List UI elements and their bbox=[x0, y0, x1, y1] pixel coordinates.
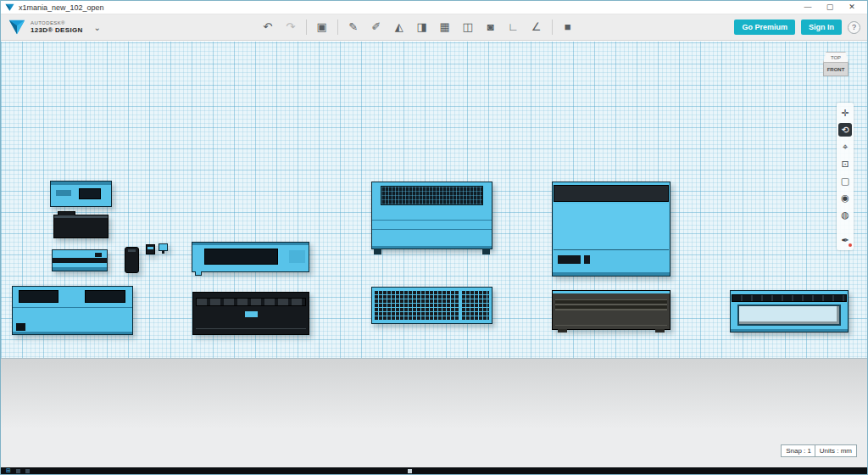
taskbar-app-icon[interactable] bbox=[25, 469, 30, 473]
tool-icons: ↶ ↷ ▣ ✎ ✐ ◭ ◨ ▦ ◫ ◙ ∟ ∠ ■ bbox=[260, 19, 576, 36]
view-cube-front-face[interactable]: FRONT bbox=[823, 63, 849, 76]
app-window: x1mania_new_102_open — ▢ ✕ AUTODESK® 123… bbox=[0, 0, 868, 475]
zoom-icon[interactable]: ⌖ bbox=[838, 140, 852, 154]
fit-view-icon[interactable]: ▢ bbox=[838, 174, 852, 187]
deck-door bbox=[79, 188, 101, 199]
leg-right bbox=[482, 249, 490, 254]
modify-icon[interactable]: ◨ bbox=[415, 19, 430, 36]
model-keyboard[interactable] bbox=[371, 287, 492, 324]
top-face bbox=[54, 215, 108, 218]
top-bar bbox=[554, 185, 668, 202]
view-cube-top-face[interactable]: TOP bbox=[823, 52, 849, 63]
brand-text: AUTODESK® 123D® DESIGN bbox=[31, 20, 83, 34]
bottom-face bbox=[553, 272, 670, 276]
model-vent-frame[interactable] bbox=[552, 290, 670, 330]
ground-plane bbox=[1, 358, 867, 467]
leg-left bbox=[374, 249, 381, 254]
titlebar: x1mania_new_102_open — ▢ ✕ bbox=[1, 1, 867, 14]
model-front-panel[interactable] bbox=[192, 242, 309, 272]
undo-icon[interactable]: ↶ bbox=[260, 19, 275, 36]
construct-icon[interactable]: ◭ bbox=[392, 19, 407, 36]
model-front-bar[interactable] bbox=[52, 249, 108, 271]
divider bbox=[306, 20, 307, 35]
model-keyboard-case[interactable] bbox=[12, 286, 133, 335]
model-tiny-part-1[interactable] bbox=[146, 244, 155, 254]
window-controls: — ▢ ✕ bbox=[797, 1, 863, 14]
seam-line bbox=[372, 229, 492, 230]
detail-face bbox=[128, 249, 136, 252]
sign-in-button[interactable]: Sign In bbox=[801, 20, 842, 35]
redo-icon[interactable]: ↷ bbox=[283, 19, 298, 36]
seam-line bbox=[13, 307, 132, 308]
material-icon[interactable]: ■ bbox=[560, 19, 576, 36]
close-button[interactable]: ✕ bbox=[841, 1, 863, 14]
foot bbox=[558, 329, 567, 332]
snap-setting[interactable]: Snap : 1 bbox=[781, 444, 816, 457]
main-toolbar: AUTODESK® 123D® DESIGN ⌄ ↶ ↷ ▣ ✎ ✐ ◭ ◨ ▦… bbox=[1, 14, 867, 41]
account-actions: Go Premium Sign In ? bbox=[734, 20, 860, 35]
grouping-icon[interactable]: ◫ bbox=[460, 19, 476, 36]
minimize-button[interactable]: — bbox=[797, 1, 819, 14]
seam-line bbox=[555, 325, 667, 326]
panel-window bbox=[204, 249, 279, 265]
app-icon bbox=[5, 3, 14, 12]
brand-line2: 123D® DESIGN bbox=[31, 26, 83, 34]
screen-area bbox=[554, 204, 668, 250]
model-rear-panel[interactable] bbox=[192, 292, 309, 335]
spline-icon[interactable]: ✐ bbox=[369, 19, 384, 36]
app-logo bbox=[8, 18, 26, 36]
brush-color-dot bbox=[849, 243, 852, 247]
hide-icon[interactable]: ◍ bbox=[838, 208, 852, 221]
model-case-top-vented[interactable] bbox=[371, 182, 492, 249]
detail-face bbox=[147, 247, 153, 249]
model-small-block[interactable] bbox=[125, 247, 139, 273]
primitives-icon[interactable]: ▣ bbox=[314, 19, 330, 36]
model-tiny-part-2[interactable] bbox=[159, 243, 168, 251]
window-title: x1mania_new_102_open bbox=[19, 3, 104, 12]
connector-row bbox=[196, 298, 307, 306]
detail-face bbox=[58, 211, 75, 215]
vent-grid bbox=[381, 186, 483, 205]
top-face bbox=[51, 182, 111, 185]
maximize-button[interactable]: ▢ bbox=[819, 1, 841, 14]
sketch-icon[interactable]: ✎ bbox=[346, 19, 361, 36]
detail-face bbox=[16, 323, 25, 332]
model-monitor-case[interactable] bbox=[552, 182, 670, 277]
start-button[interactable]: ⊞ bbox=[6, 467, 11, 474]
orbit-icon[interactable]: ⟲ bbox=[838, 123, 852, 137]
taskbar-app-icon[interactable] bbox=[408, 469, 412, 473]
chevron-down-icon[interactable]: ⌄ bbox=[94, 23, 101, 32]
detail-face bbox=[289, 250, 305, 263]
units-setting[interactable]: Units : mm bbox=[815, 444, 857, 457]
divider bbox=[337, 20, 338, 35]
help-button[interactable]: ? bbox=[848, 21, 860, 34]
bottom-face bbox=[53, 267, 107, 271]
model-dark-bracket[interactable] bbox=[53, 215, 108, 238]
model-open-frame[interactable] bbox=[730, 290, 849, 332]
opening-right bbox=[85, 290, 125, 303]
taskbar-app-icon[interactable] bbox=[16, 469, 20, 473]
angle-icon[interactable]: ∠ bbox=[529, 19, 544, 36]
model-cassette-deck[interactable] bbox=[50, 181, 112, 207]
app-menu[interactable]: AUTODESK® 123D® DESIGN ⌄ bbox=[8, 18, 101, 36]
top-edge bbox=[553, 291, 670, 293]
brand-line1: AUTODESK® bbox=[31, 20, 83, 26]
bottom-face bbox=[372, 246, 492, 249]
pan-icon[interactable]: ✛ bbox=[838, 106, 852, 120]
zoom-window-icon[interactable]: ⊡ bbox=[838, 157, 852, 170]
visibility-icon[interactable]: ◉ bbox=[838, 191, 852, 204]
frame-opening bbox=[737, 305, 840, 326]
go-premium-button[interactable]: Go Premium bbox=[734, 20, 795, 35]
combine-icon[interactable]: ◙ bbox=[483, 19, 498, 36]
material-brush-icon[interactable]: ✒ bbox=[838, 233, 852, 247]
detail-face bbox=[558, 255, 581, 264]
bottom-face bbox=[731, 329, 848, 332]
measure-icon[interactable]: ∟ bbox=[506, 19, 521, 36]
detail-face bbox=[584, 255, 590, 264]
view-cube[interactable]: TOP FRONT bbox=[823, 52, 849, 76]
foot bbox=[195, 271, 202, 276]
detail-face bbox=[56, 190, 71, 195]
key-grid-numpad bbox=[462, 291, 489, 320]
pattern-icon[interactable]: ▦ bbox=[437, 19, 453, 36]
viewport[interactable]: TOP FRONT ✛ ⟲ ⌖ ⊡ ▢ ◉ ◍ ✒ Snap : 1 Units… bbox=[1, 42, 867, 467]
